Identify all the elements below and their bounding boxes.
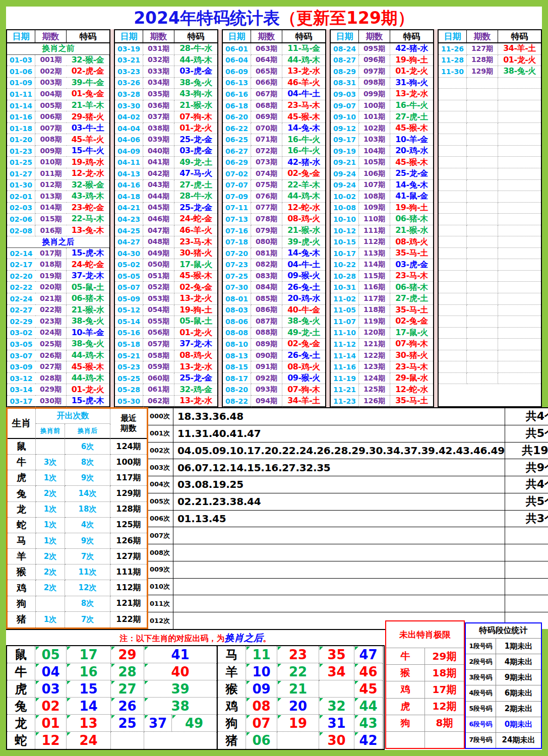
code-cell: 43-狗-水 xyxy=(174,89,217,100)
period-table-group: 日期期数特码11-26127期34-羊-土11-28128期01-龙-火11-3… xyxy=(438,29,542,407)
code-cell: 20-鸡-水 xyxy=(390,146,433,157)
code-cell: 25-龙-金 xyxy=(174,134,217,146)
date-cell: 04-06 xyxy=(115,134,143,146)
period-cell: 063期 xyxy=(251,43,282,55)
mapping-zodiac-label: 牛 xyxy=(7,663,35,680)
period-cell: 117期 xyxy=(359,293,390,305)
date-cell: 06-20 xyxy=(223,111,251,123)
mapping-number-cell: 35 xyxy=(319,646,354,663)
code-cell: 26-兔-土 xyxy=(282,350,325,362)
empty-date-cell xyxy=(439,191,467,203)
segment-label: 1段号码 xyxy=(466,639,496,654)
period-cell: 059期 xyxy=(143,361,174,373)
date-cell: 11-23 xyxy=(331,396,359,407)
stats-after-count-cell: 18次 xyxy=(65,502,110,518)
empty-period-cell xyxy=(467,180,498,192)
date-cell: 11-10 xyxy=(331,328,359,339)
mapping-number-cell: 04 xyxy=(35,663,67,680)
empty-code-cell xyxy=(498,100,541,112)
frequency-label: 009次 xyxy=(148,561,173,578)
mapping-number-cell: 49 xyxy=(172,715,217,732)
segment-value: 9期未出 xyxy=(496,670,541,685)
date-cell: 03-21 xyxy=(115,55,143,67)
date-cell: 01-14 xyxy=(7,100,35,112)
date-cell: 03-23 xyxy=(115,66,143,78)
missing-zodiac-box-title: 未出特肖极限 xyxy=(386,621,464,648)
date-cell: 05-02 xyxy=(115,259,143,271)
frequency-numbers xyxy=(173,561,505,578)
stats-before-count-cell: 2次 xyxy=(36,486,65,501)
code-cell: 13-龙-水 xyxy=(174,396,217,407)
date-cell: 08-29 xyxy=(331,66,359,78)
date-cell: 08-24 xyxy=(331,43,359,55)
period-cell: 073期 xyxy=(251,157,282,168)
empty-date-cell xyxy=(439,339,467,350)
frequency-numbers: 06.07.12.14.15.16.27.32.35 xyxy=(173,459,505,476)
code-cell: 16-牛-火 xyxy=(282,134,325,146)
period-cell: 008期 xyxy=(35,134,67,146)
code-cell: 46-羊-火 xyxy=(174,225,217,237)
code-cell: 03-虎-金 xyxy=(390,259,433,271)
mapping-number-cell: 09 xyxy=(246,680,277,698)
period-cell: 035期 xyxy=(143,89,174,100)
segment-row: 1段号码1期未出 xyxy=(466,639,541,654)
date-cell: 11-26 xyxy=(439,43,467,55)
empty-period-cell xyxy=(467,100,498,112)
period-cell: 042期 xyxy=(143,168,174,180)
date-cell: 06-09 xyxy=(223,66,251,78)
empty-period-cell xyxy=(467,259,498,271)
date-cell: 06-16 xyxy=(223,89,251,100)
date-cell: 06-29 xyxy=(223,157,251,168)
empty-date-cell xyxy=(439,123,467,135)
period-cell: 091期 xyxy=(251,361,282,373)
period-cell: 079期 xyxy=(251,225,282,237)
segment-label: 5段号码 xyxy=(466,702,496,717)
empty-code-cell xyxy=(498,271,541,282)
empty-date-cell xyxy=(439,316,467,328)
period-cell: 108期 xyxy=(359,191,390,203)
code-cell: 04-牛-土 xyxy=(282,89,325,100)
date-cell: 06-04 xyxy=(223,55,251,67)
frequency-numbers: 01.13.45 xyxy=(173,511,505,527)
zodiac-stats-table: 生肖 开出次数 最近期数 换肖前 换肖后 鼠6次124期牛3次8次100期虎1次… xyxy=(6,407,148,629)
period-cell: 056期 xyxy=(143,328,174,339)
code-cell: 01-龙-火 xyxy=(174,328,217,339)
code-cell: 25-龙-金 xyxy=(390,168,433,180)
column-header-date: 日期 xyxy=(223,30,251,43)
empty-date-cell xyxy=(439,305,467,317)
missing-zodiac-name: 猴 xyxy=(386,665,425,681)
section-banner: 换肖之前 xyxy=(7,43,109,55)
frequency-numbers xyxy=(173,544,505,561)
empty-date-cell xyxy=(439,248,467,260)
stats-recent-period-cell: 122期 xyxy=(110,612,147,627)
empty-date-cell xyxy=(439,100,467,112)
period-cell: 049期 xyxy=(143,248,174,260)
date-cell: 04-09 xyxy=(115,146,143,157)
code-cell: 25-龙-金 xyxy=(174,373,217,385)
period-cell: 119期 xyxy=(359,316,390,328)
segment-row: 2段号码4期未出 xyxy=(466,654,541,670)
frequency-total: 共4个 xyxy=(505,408,548,425)
missing-zodiac-row: 狗8期 xyxy=(386,715,464,731)
date-cell: 03-26 xyxy=(115,78,143,89)
missing-zodiac-name: 狗 xyxy=(386,715,425,731)
stats-recent-period-cell: 117期 xyxy=(110,470,147,486)
segment-value: 6期未出 xyxy=(496,685,541,701)
stats-zodiac-cell: 鸡 xyxy=(8,580,36,596)
period-cell: 118期 xyxy=(359,305,390,317)
mapping-number-cell: 15 xyxy=(67,680,111,698)
empty-period-cell xyxy=(467,203,498,214)
period-cell: 125期 xyxy=(359,384,390,396)
period-cell: 113期 xyxy=(359,248,390,260)
code-cell: 45-猴-木 xyxy=(174,271,217,282)
code-cell: 32-鸡-金 xyxy=(174,384,217,396)
period-cell: 024期 xyxy=(35,328,67,339)
date-cell: 03-07 xyxy=(7,350,35,362)
period-cell: 078期 xyxy=(251,214,282,225)
date-cell: 01-23 xyxy=(7,146,35,157)
stats-recent-period-cell: 126期 xyxy=(110,533,147,549)
period-cell: 106期 xyxy=(359,168,390,180)
date-cell: 08-10 xyxy=(223,339,251,350)
date-cell: 11-16 xyxy=(331,361,359,373)
mapping-number-cell: 43 xyxy=(354,715,383,732)
